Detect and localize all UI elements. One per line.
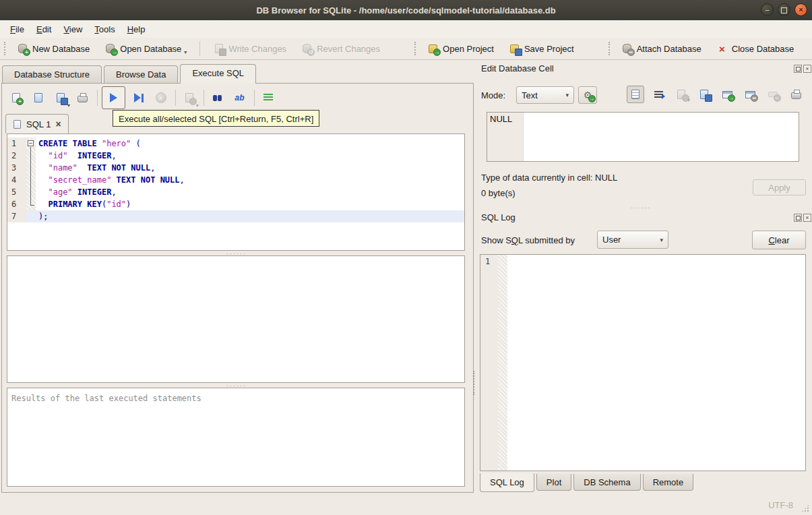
code-line[interactable]: 2 "id" INTEGER, <box>7 150 464 162</box>
code-line[interactable]: 3 "name" TEXT NOT NULL, <box>7 162 464 174</box>
fold-marker-icon[interactable]: − <box>26 138 36 150</box>
menu-tools-label: Tools <box>94 24 115 34</box>
new-database-button[interactable]: + New Database <box>9 40 97 57</box>
format-button[interactable] <box>259 89 277 107</box>
dock-tab-db-schema[interactable]: DB Schema <box>573 474 640 491</box>
edit-cell-toolbar: ▾ → ∞ − <box>627 86 805 103</box>
execute-all-button[interactable] <box>102 86 125 109</box>
fold-margin <box>26 186 36 198</box>
main-toolbar: + New Database → Open Database ▾ Write C… <box>0 38 812 60</box>
close-tab-icon[interactable]: × <box>55 119 61 129</box>
dock-tab-remote[interactable]: Remote <box>643 474 694 491</box>
autocomplete-button[interactable]: ab <box>230 89 249 107</box>
code-line[interactable]: 7); <box>7 210 464 222</box>
save-project-button[interactable]: Save Project <box>501 40 582 57</box>
filter-label-mnemonic: Q <box>511 235 518 245</box>
code-line[interactable]: 5 "age" INTEGER, <box>7 186 464 198</box>
stop-button[interactable]: × <box>152 89 170 107</box>
sql-toolbar-separator <box>204 90 204 106</box>
export-data-icon: → <box>722 89 733 100</box>
code-text: ); <box>36 210 464 222</box>
write-changes-icon <box>213 43 224 54</box>
open-database-dropdown-icon[interactable]: ▾ <box>184 49 187 55</box>
mode-combobox[interactable]: Text ▾ <box>516 86 574 104</box>
word-wrap-button[interactable] <box>650 86 667 103</box>
mode-value: Text <box>522 90 538 100</box>
line-number: 5 <box>7 186 26 198</box>
open-sql-file-icon <box>32 92 44 103</box>
menu-view-label: View <box>63 24 82 34</box>
menu-help[interactable]: Help <box>121 22 152 36</box>
maximize-button[interactable] <box>778 3 790 16</box>
sql-editor[interactable]: 1−CREATE TABLE "hero" (2 "id" INTEGER,3 … <box>7 133 465 251</box>
open-project-button[interactable]: → Open Project <box>420 40 501 57</box>
dock-tab-plot[interactable]: Plot <box>536 474 571 491</box>
save-project-icon <box>509 43 520 54</box>
execute-tooltip: Execute all/selected SQL [Ctrl+Return, F… <box>113 110 319 127</box>
auto-switch-mode-button[interactable]: ⚙→ <box>578 86 597 104</box>
open-external-button[interactable]: ∞ <box>741 86 759 103</box>
menu-tools[interactable]: Tools <box>88 22 121 36</box>
submitted-by-combobox[interactable]: User ▾ <box>597 231 668 249</box>
dock-splitter[interactable] <box>473 371 474 395</box>
save-results-dropdown-icon: ▾ <box>196 102 199 109</box>
close-window-button[interactable]: × <box>794 3 807 16</box>
edit-cell-float-button[interactable] <box>794 65 802 73</box>
open-database-button[interactable]: → Open Database ▾ <box>97 40 194 57</box>
tab-database-structure[interactable]: Database Structure <box>2 65 102 84</box>
save-sql-dropdown-icon[interactable]: ▾ <box>67 102 70 109</box>
dock-panels-splitter[interactable]: ······ <box>631 206 651 210</box>
save-cell-icon <box>676 89 687 100</box>
apply-button[interactable]: Apply <box>753 179 806 195</box>
new-database-icon: + <box>17 43 28 54</box>
tab-browse-data[interactable]: Browse Data <box>104 65 178 84</box>
sql-log-close-button[interactable]: × <box>803 214 811 222</box>
line-number: 2 <box>7 150 26 162</box>
revert-changes-button[interactable]: ↺ Revert Changes <box>294 40 387 57</box>
set-null-button[interactable]: − <box>764 86 782 103</box>
edit-cell-close-button[interactable]: × <box>803 65 811 73</box>
menubar: File Edit View Tools Help <box>0 20 812 38</box>
minimize-button[interactable]: – <box>761 3 774 16</box>
attach-database-button[interactable]: ∞ Attach Database <box>614 40 709 57</box>
line-number: 1 <box>7 138 26 150</box>
code-line[interactable]: 4 "secret_name" TEXT NOT NULL, <box>7 174 464 186</box>
menu-file[interactable]: File <box>4 22 30 36</box>
app-window: DB Browser for SQLite - /home/user/code/… <box>0 0 812 515</box>
save-cell-button[interactable]: ▾ <box>673 86 690 103</box>
log-line-number: 1 <box>485 257 490 266</box>
sql-editor-tab[interactable]: SQL 1 × <box>5 114 69 133</box>
import-data-button[interactable] <box>695 86 713 103</box>
save-results-button[interactable]: ▾ <box>180 89 198 107</box>
tab-execute-sql[interactable]: Execute SQL <box>180 64 256 84</box>
sql-log-filter-label: Show SQL submitted by <box>481 235 575 245</box>
open-sql-file-button[interactable] <box>29 89 47 107</box>
export-data-button[interactable]: → <box>718 86 736 103</box>
menu-edit[interactable]: Edit <box>30 22 57 36</box>
close-database-button[interactable]: × Close Database <box>709 40 802 57</box>
word-wrap-icon <box>653 89 664 100</box>
menu-help-label: Help <box>127 24 146 34</box>
text-mode-button[interactable] <box>627 86 644 103</box>
save-sql-file-button[interactable]: ▾ <box>51 89 69 107</box>
print-button[interactable] <box>73 89 92 107</box>
print-cell-button[interactable] <box>787 86 805 103</box>
sql-log-view[interactable]: 1 <box>480 254 806 471</box>
result-grid-panel <box>7 255 465 383</box>
dock-tab-sql-log[interactable]: SQL Log <box>480 473 534 492</box>
new-tab-button[interactable]: + <box>7 89 25 107</box>
menu-view[interactable]: View <box>57 22 88 36</box>
sql-log-float-button[interactable] <box>794 214 802 222</box>
code-line[interactable]: 1−CREATE TABLE "hero" ( <box>7 138 464 150</box>
resize-grip[interactable] <box>801 504 809 512</box>
cell-value-editor[interactable]: NULL <box>487 112 799 162</box>
sql-toolbar-separator <box>97 90 98 106</box>
code-line[interactable]: 6 PRIMARY KEY("id") <box>7 198 464 210</box>
cell-size-info: 0 byte(s) <box>481 188 516 198</box>
execute-current-line-icon <box>132 92 146 103</box>
find-replace-button[interactable] <box>208 89 226 107</box>
write-changes-button[interactable]: Write Changes <box>206 40 294 57</box>
code-text: CREATE TABLE "hero" ( <box>36 138 464 150</box>
clear-button[interactable]: Clear <box>752 231 806 249</box>
execute-current-line-button[interactable] <box>129 89 148 107</box>
